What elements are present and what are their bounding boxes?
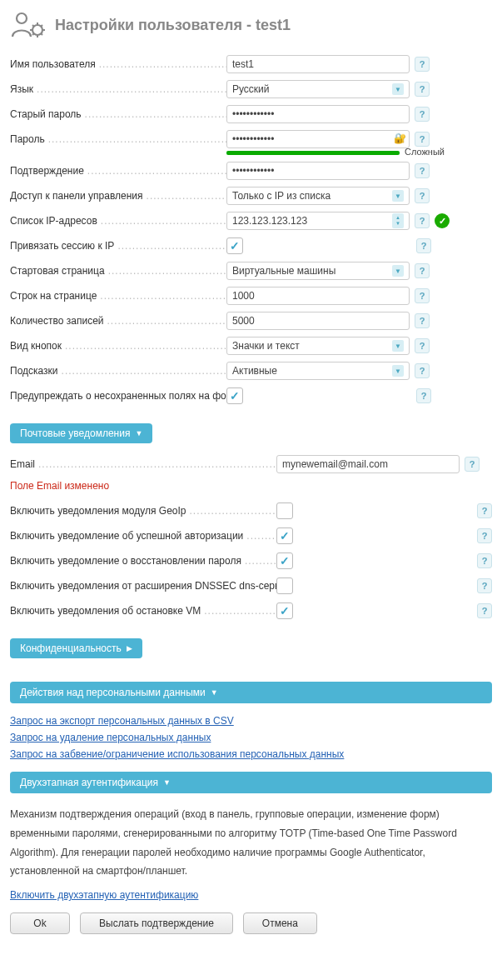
send-confirm-button[interactable]: Выслать подтверждение: [80, 912, 233, 934]
label-email: Email: [10, 458, 276, 470]
help-icon[interactable]: ?: [477, 578, 492, 593]
help-icon[interactable]: ?: [415, 288, 430, 303]
help-icon[interactable]: ?: [465, 457, 480, 472]
ip-list-value: 123.123.123.123: [232, 215, 307, 227]
help-icon[interactable]: ?: [477, 603, 492, 618]
strength-label: Сложный: [405, 147, 445, 157]
link-export-csv[interactable]: Запрос на экспорт персональных данных в …: [10, 715, 492, 727]
page-header: Настройки пользователя - test1: [10, 10, 492, 40]
help-icon[interactable]: ?: [415, 132, 430, 147]
section-personal-data[interactable]: Действия над персональными данными ▼: [10, 682, 492, 703]
label-hints: Подсказки: [10, 365, 226, 377]
row-old-password: Старый пароль ?: [10, 105, 492, 123]
records-count-input[interactable]: [226, 312, 410, 330]
help-icon[interactable]: ?: [415, 57, 430, 72]
label-password: Пароль: [10, 133, 226, 145]
chevron-down-icon: ▼: [392, 83, 404, 95]
help-icon[interactable]: ?: [415, 363, 430, 378]
help-icon[interactable]: ?: [477, 503, 492, 518]
section-privacy[interactable]: Конфиденциальность ▶: [10, 638, 142, 658]
generate-password-icon[interactable]: 🔐: [394, 132, 406, 144]
label-records-count: Количество записей: [10, 315, 226, 327]
link-enable-twofa[interactable]: Включить двухэтапную аутентификацию: [10, 889, 492, 901]
chevron-down-icon: ▼: [392, 365, 404, 377]
label-panel-access: Доступ к панели управления: [10, 190, 226, 202]
label-confirm: Подтверждение: [10, 165, 226, 177]
valid-check-icon: ✓: [435, 213, 450, 228]
label-ip-list: Список IP-адресов: [10, 215, 226, 227]
old-password-input[interactable]: [226, 105, 410, 123]
notif-geoip-checkbox[interactable]: [276, 502, 293, 519]
help-icon[interactable]: ?: [477, 553, 492, 568]
svg-line-6: [32, 25, 34, 27]
buttons-style-select[interactable]: Значки и текст ▼: [226, 337, 410, 355]
row-notif-auth: Включить уведомление об успешной авториз…: [10, 527, 492, 545]
label-notif: Включить уведомление об успешной авториз…: [10, 530, 276, 542]
row-password: Пароль 🔐 ?: [10, 130, 492, 148]
twofa-description: Механизм подтверждения операций (вход в …: [10, 805, 492, 881]
confirm-input[interactable]: [226, 162, 410, 180]
label-rows-per-page: Строк на странице: [10, 290, 226, 302]
help-icon[interactable]: ?: [415, 338, 430, 353]
spinner-icon[interactable]: ▲▼: [392, 213, 404, 228]
help-icon[interactable]: ?: [415, 213, 430, 228]
label-warn-unsaved: Предупреждать о несохраненных полях на ф…: [10, 390, 226, 402]
hints-select[interactable]: Активные ▼: [226, 362, 410, 380]
user-settings-icon: [10, 10, 47, 40]
label-language: Язык: [10, 83, 226, 95]
help-icon[interactable]: ?: [415, 82, 430, 97]
section-title: Действия над персональными данными: [20, 687, 206, 698]
rows-per-page-input[interactable]: [226, 287, 410, 305]
language-select[interactable]: Русский ▼: [226, 80, 410, 98]
svg-line-7: [41, 33, 42, 35]
email-input[interactable]: [276, 455, 460, 473]
svg-line-9: [41, 25, 42, 27]
ok-button[interactable]: Ok: [10, 912, 70, 934]
link-forget-data[interactable]: Запрос на забвение/ограничение использов…: [10, 748, 492, 760]
label-bind-session: Привязать сессию к IP: [10, 240, 226, 252]
help-icon[interactable]: ?: [477, 528, 492, 543]
help-icon[interactable]: ?: [415, 163, 430, 178]
help-icon[interactable]: ?: [415, 263, 430, 278]
help-icon[interactable]: ?: [415, 313, 430, 328]
hints-value: Активные: [232, 365, 277, 377]
panel-access-select[interactable]: Только с IP из списка ▼: [226, 187, 410, 205]
help-icon[interactable]: ?: [416, 388, 431, 403]
svg-line-8: [32, 33, 34, 35]
label-notif: Включить уведомления об остановке VM: [10, 605, 276, 617]
row-notif-pwreset: Включить уведомление о восстановлении па…: [10, 552, 492, 570]
cancel-button[interactable]: Отмена: [243, 912, 317, 934]
language-value: Русский: [232, 83, 270, 95]
section-title: Двухэтапная аутентификация: [20, 777, 158, 788]
ip-list-input[interactable]: 123.123.123.123 ▲▼: [226, 212, 410, 230]
row-username: Имя пользователя ?: [10, 55, 492, 73]
start-page-select[interactable]: Виртуальные машины ▼: [226, 262, 410, 280]
section-title: Почтовые уведомления: [20, 428, 130, 439]
username-input[interactable]: [226, 55, 410, 73]
notif-pwreset-checkbox[interactable]: [276, 552, 293, 569]
section-mail-notifications[interactable]: Почтовые уведомления ▼: [10, 423, 152, 443]
chevron-down-icon: ▼: [211, 688, 218, 697]
help-icon[interactable]: ?: [415, 188, 430, 203]
warn-unsaved-checkbox[interactable]: [226, 388, 243, 404]
help-icon[interactable]: ?: [415, 107, 430, 122]
email-changed-notice: Поле Email изменено: [10, 480, 492, 492]
row-hints: Подсказки Активные ▼ ?: [10, 362, 492, 380]
password-input[interactable]: [226, 130, 410, 148]
notif-auth-checkbox[interactable]: [276, 528, 293, 544]
row-start-page: Стартовая страница Виртуальные машины ▼ …: [10, 262, 492, 280]
start-page-value: Виртуальные машины: [232, 265, 335, 277]
row-notif-dnssec: Включить уведомления от расширения DNSSE…: [10, 577, 492, 595]
chevron-right-icon: ▶: [127, 644, 132, 652]
section-twofa[interactable]: Двухэтапная аутентификация ▼: [10, 772, 492, 793]
bind-session-checkbox[interactable]: [226, 238, 243, 254]
notif-vmstop-checkbox[interactable]: [276, 602, 293, 619]
notif-dnssec-checkbox[interactable]: [276, 578, 293, 594]
row-confirm: Подтверждение ?: [10, 162, 492, 180]
row-records-count: Количество записей ?: [10, 312, 492, 330]
link-delete-data[interactable]: Запрос на удаление персональных данных: [10, 732, 492, 743]
label-notif: Включить уведомления модуля GeoIp: [10, 505, 276, 517]
buttons-style-value: Значки и текст: [232, 340, 300, 352]
help-icon[interactable]: ?: [416, 238, 431, 253]
label-username: Имя пользователя: [10, 58, 226, 70]
